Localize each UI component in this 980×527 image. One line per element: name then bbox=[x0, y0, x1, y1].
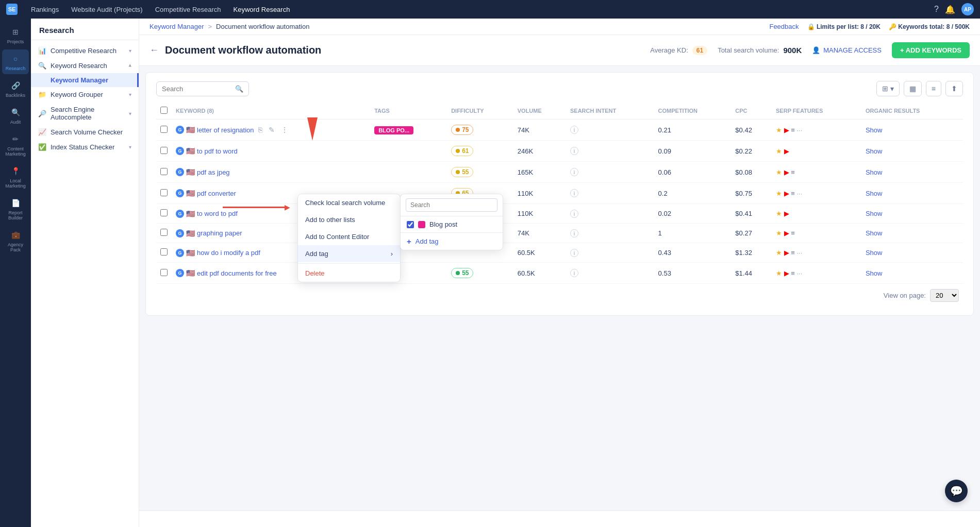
star-icon: ★ bbox=[776, 210, 782, 217]
edit-button[interactable]: ✎ bbox=[267, 125, 277, 135]
sidebar-search-autocomplete[interactable]: 🔎 Search Engine Autocomplete ▾ bbox=[31, 102, 139, 125]
breadcrumb-parent[interactable]: Keyword Manager bbox=[150, 23, 204, 30]
sidebar-content[interactable]: ✏ Content Marketing bbox=[2, 130, 29, 160]
research-label: Research bbox=[6, 66, 26, 71]
tag-blog-post-checkbox[interactable] bbox=[407, 221, 414, 228]
row-checkbox-cell bbox=[156, 204, 172, 224]
show-link[interactable]: Show bbox=[866, 249, 883, 257]
row-checkbox[interactable] bbox=[160, 168, 168, 175]
sidebar-keyword-grouper[interactable]: 📁 Keyword Grouper ▾ bbox=[31, 87, 139, 102]
add-keywords-button[interactable]: + ADD KEYWORDS bbox=[892, 42, 970, 58]
show-link[interactable]: Show bbox=[866, 190, 883, 197]
show-link[interactable]: Show bbox=[866, 269, 883, 277]
sidebar-research[interactable]: ○ Research bbox=[2, 49, 29, 74]
filter-button[interactable]: ≡ bbox=[926, 81, 941, 96]
intent-icon[interactable]: i bbox=[570, 229, 578, 237]
row-checkbox[interactable] bbox=[160, 269, 168, 276]
show-link[interactable]: Show bbox=[866, 210, 883, 217]
keyword-link[interactable]: graphing paper bbox=[197, 229, 242, 237]
context-check-local[interactable]: Check local search volume bbox=[298, 194, 400, 211]
row-checkbox[interactable] bbox=[160, 126, 168, 133]
sidebar-backlinks[interactable]: 🔗 Backlinks bbox=[2, 76, 29, 101]
sidebar-index-checker[interactable]: ✅ Index Status Checker ▾ bbox=[31, 140, 139, 155]
view-toggle-button[interactable]: ▦ bbox=[904, 81, 922, 96]
columns-button[interactable]: ⊞ ▾ bbox=[876, 81, 900, 96]
chat-bubble[interactable]: 💬 bbox=[945, 480, 968, 502]
tag-blog-post[interactable]: Blog post bbox=[401, 216, 503, 232]
flag-icon: 🇺🇸 bbox=[186, 229, 195, 237]
show-link[interactable]: Show bbox=[866, 168, 883, 176]
sidebar-projects[interactable]: ⊞ Projects bbox=[2, 23, 29, 47]
search-box[interactable]: 🔍 bbox=[156, 81, 249, 96]
row-checkbox[interactable] bbox=[160, 229, 168, 236]
sidebar-keyword-manager[interactable]: Keyword Manager bbox=[31, 73, 139, 87]
manage-access-button[interactable]: 👤 MANAGE ACCESS bbox=[812, 46, 882, 54]
intent-icon[interactable]: i bbox=[570, 269, 578, 277]
row-intent-cell: i bbox=[566, 120, 654, 141]
col-intent[interactable]: SEARCH INTENT bbox=[566, 103, 654, 120]
feedback-button[interactable]: Feedback bbox=[769, 23, 799, 30]
show-link[interactable]: Show bbox=[866, 229, 883, 237]
sidebar-report[interactable]: 📄 Report Builder bbox=[2, 194, 29, 224]
intent-icon[interactable]: i bbox=[570, 249, 578, 257]
context-add-to-lists[interactable]: Add to other lists bbox=[298, 211, 400, 228]
intent-icon[interactable]: i bbox=[570, 147, 578, 155]
col-difficulty[interactable]: DIFFICULTY bbox=[447, 103, 513, 120]
nav-website-audit[interactable]: Website Audit (Projects) bbox=[66, 4, 147, 15]
row-checkbox[interactable] bbox=[160, 248, 168, 256]
intent-icon[interactable]: i bbox=[570, 210, 578, 218]
sidebar-keyword-research[interactable]: 🔍 Keyword Research ▾ bbox=[31, 58, 139, 73]
sidebar-competitive-research[interactable]: 📊 Competitive Research ▾ bbox=[31, 43, 139, 58]
row-checkbox[interactable] bbox=[160, 189, 168, 196]
keyword-link[interactable]: to word to pdf bbox=[197, 210, 238, 217]
youtube-icon: ▶ bbox=[784, 210, 789, 217]
col-serp[interactable]: SERP FEATURES bbox=[772, 103, 861, 120]
copy-button[interactable]: ⎘ bbox=[256, 125, 264, 135]
nav-competitive-research[interactable]: Competitive Research bbox=[150, 4, 226, 15]
keyword-link[interactable]: how do i modify a pdf bbox=[197, 249, 260, 257]
keywords-text: Keywords total: 8 / 500K bbox=[898, 23, 970, 30]
keyword-link[interactable]: pdf as jpeg bbox=[197, 168, 230, 176]
add-tag-row[interactable]: + Add tag bbox=[401, 232, 503, 250]
back-button[interactable]: ← bbox=[150, 45, 159, 56]
export-button[interactable]: ⬆ bbox=[945, 81, 963, 96]
col-volume[interactable]: VOLUME bbox=[513, 103, 566, 120]
keyword-link[interactable]: to pdf to word bbox=[197, 147, 238, 155]
search-input[interactable] bbox=[162, 85, 232, 93]
help-icon[interactable]: ? bbox=[934, 5, 939, 14]
row-checkbox[interactable] bbox=[160, 147, 168, 154]
context-add-tag[interactable]: Add tag › bbox=[298, 245, 400, 262]
sidebar-local[interactable]: 📍 Local Marketing bbox=[2, 162, 29, 192]
select-all-checkbox[interactable] bbox=[160, 107, 168, 114]
show-link[interactable]: Show bbox=[866, 126, 883, 134]
nav-rankings[interactable]: Rankings bbox=[26, 4, 64, 15]
tag-badge: BLOG PO... bbox=[374, 126, 413, 134]
col-keyword[interactable]: KEYWORD (8) bbox=[172, 103, 370, 120]
row-tag-cell bbox=[370, 162, 447, 183]
keyword-link[interactable]: letter of resignation bbox=[197, 126, 254, 134]
col-organic[interactable]: ORGANIC RESULTS bbox=[861, 103, 963, 120]
sidebar-volume-checker[interactable]: 📈 Search Volume Checker bbox=[31, 125, 139, 140]
pagination-select[interactable]: 20 50 100 bbox=[930, 289, 959, 302]
avatar[interactable]: AP bbox=[961, 3, 974, 15]
col-competition[interactable]: COMPETITION bbox=[654, 103, 732, 120]
intent-icon[interactable]: i bbox=[570, 168, 578, 176]
show-link[interactable]: Show bbox=[866, 147, 883, 155]
tag-search-input[interactable] bbox=[406, 198, 497, 212]
more-button[interactable]: ⋮ bbox=[279, 125, 290, 135]
sidebar-agency[interactable]: 💼 Agency Pack bbox=[2, 226, 29, 256]
context-delete[interactable]: Delete bbox=[298, 265, 400, 282]
row-checkbox[interactable] bbox=[160, 209, 168, 216]
col-tags[interactable]: TAGS bbox=[370, 103, 447, 120]
keyword-link[interactable]: edit pdf documents for free bbox=[197, 269, 277, 277]
difficulty-badge: 55 bbox=[451, 268, 473, 278]
difficulty-badge: 55 bbox=[451, 167, 473, 177]
keyword-link[interactable]: pdf converter bbox=[197, 190, 236, 197]
intent-icon[interactable]: i bbox=[570, 189, 578, 197]
bell-icon[interactable]: 🔔 bbox=[945, 5, 955, 14]
sidebar-audit[interactable]: 🔍 Audit bbox=[2, 103, 29, 128]
context-add-to-content[interactable]: Add to Content Editor bbox=[298, 228, 400, 245]
col-cpc[interactable]: CPC bbox=[731, 103, 772, 120]
intent-icon[interactable]: i bbox=[570, 126, 578, 134]
nav-keyword-research[interactable]: Keyword Research bbox=[228, 4, 295, 15]
